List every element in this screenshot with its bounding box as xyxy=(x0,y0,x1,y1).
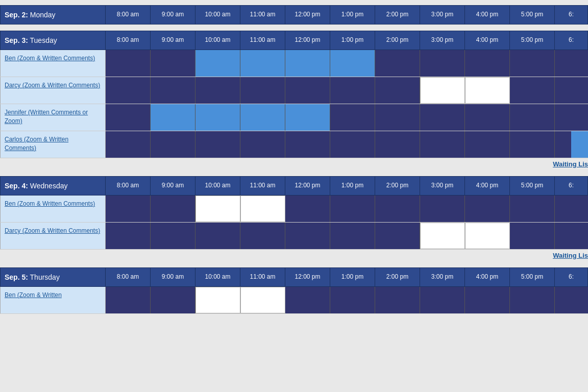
time-header-sep4-3: 11:00 am xyxy=(240,176,285,195)
day-label-sep2: Sep. 2: Monday xyxy=(0,5,106,24)
schedule-cell xyxy=(285,77,330,104)
waiting-list-link[interactable]: Waiting Lis xyxy=(553,160,588,168)
schedule-cell xyxy=(375,223,420,249)
schedule-cell xyxy=(555,104,588,131)
schedule-cell xyxy=(151,131,195,158)
schedule-cell xyxy=(420,77,465,104)
table-row: Ben (Zoom & Written Comments) xyxy=(0,195,588,223)
time-header-sep2-1: 9:00 am xyxy=(151,5,195,24)
person-label[interactable]: Ben (Zoom & Written Comments) xyxy=(0,50,106,77)
schedule-cell xyxy=(465,77,510,104)
waiting-list-link[interactable]: Waiting Lis xyxy=(553,252,588,259)
day-block-sep4: Sep. 4: Wednesday8:00 am9:00 am10:00 am1… xyxy=(0,176,588,261)
schedule-cell xyxy=(375,104,420,131)
table-row: Ben (Zoom & Written xyxy=(0,287,588,314)
schedule-cell xyxy=(555,287,588,313)
time-header-sep3-6: 2:00 pm xyxy=(375,31,420,50)
schedule-cell xyxy=(330,77,375,104)
time-header-sep3-4: 12:00 pm xyxy=(285,31,330,50)
schedule-cell xyxy=(106,195,151,222)
time-header-sep3-3: 11:00 am xyxy=(240,31,285,50)
schedule-cell xyxy=(195,50,240,77)
row-cells xyxy=(106,131,588,158)
time-header-sep5-5: 1:00 pm xyxy=(330,267,375,287)
day-block-sep5: Sep. 5: Thursday8:00 am9:00 am10:00 am11… xyxy=(0,267,588,314)
schedule-cell xyxy=(151,104,195,131)
time-header-sep5-8: 4:00 pm xyxy=(465,267,510,287)
schedule-cell xyxy=(285,195,330,222)
schedule-cell xyxy=(330,131,375,158)
time-header-sep5-10: 6: xyxy=(555,267,588,287)
time-header-sep5-2: 10:00 am xyxy=(195,267,240,287)
schedule-cell xyxy=(240,195,285,222)
person-label[interactable]: Jennifer (Written Comments or Zoom) xyxy=(0,104,106,131)
schedule-cell xyxy=(555,131,588,158)
schedule-cell xyxy=(195,131,240,158)
rows-container-sep5: Ben (Zoom & Written xyxy=(0,287,588,314)
schedule-cell xyxy=(375,195,420,222)
row-cells xyxy=(106,287,588,313)
schedule-cell xyxy=(285,131,330,158)
schedule-cell xyxy=(151,195,195,222)
schedule-cell xyxy=(195,223,240,249)
time-header-sep5-0: 8:00 am xyxy=(106,267,151,287)
schedule-cell xyxy=(465,131,510,158)
schedule-cell xyxy=(465,104,510,131)
schedule-cell xyxy=(240,104,285,131)
schedule-cell xyxy=(420,50,465,77)
schedule-cell xyxy=(555,77,588,104)
schedule-cell xyxy=(555,195,588,222)
schedule-cell xyxy=(240,287,285,313)
person-label[interactable]: Darcy (Zoom & Written Comments) xyxy=(0,223,106,249)
time-header-sep3-5: 1:00 pm xyxy=(330,31,375,50)
schedule-cell xyxy=(195,195,240,222)
schedule-cell xyxy=(330,195,375,222)
table-row: Jennifer (Written Comments or Zoom) xyxy=(0,104,588,131)
day-label-sep4: Sep. 4: Wednesday xyxy=(0,176,106,195)
time-header-sep4-2: 10:00 am xyxy=(195,176,240,195)
time-header-sep4-5: 1:00 pm xyxy=(330,176,375,195)
schedule-cell xyxy=(106,223,151,249)
schedule-cell xyxy=(330,50,375,77)
day-header-sep4: Sep. 4: Wednesday8:00 am9:00 am10:00 am1… xyxy=(0,176,588,195)
schedule-cell xyxy=(151,223,195,249)
schedule-cell xyxy=(240,223,285,249)
time-header-sep2-8: 4:00 pm xyxy=(465,5,510,24)
schedule-cell xyxy=(555,50,588,77)
rows-container-sep3: Ben (Zoom & Written Comments)Darcy (Zoom… xyxy=(0,50,588,158)
waiting-list-row-sep3: Waiting Lis xyxy=(0,158,588,170)
schedule-cell xyxy=(106,131,151,158)
time-header-sep3-1: 9:00 am xyxy=(151,31,195,50)
schedule-cell xyxy=(510,223,555,249)
schedule-cell xyxy=(330,104,375,131)
schedule-cell xyxy=(106,77,151,104)
time-header-sep2-5: 1:00 pm xyxy=(330,5,375,24)
schedule-cell xyxy=(510,287,555,313)
time-header-sep3-2: 10:00 am xyxy=(195,31,240,50)
day-header-sep3: Sep. 3: Tuesday8:00 am9:00 am10:00 am11:… xyxy=(0,31,588,50)
schedule-cell xyxy=(465,195,510,222)
day-header-sep2: Sep. 2: Monday8:00 am9:00 am10:00 am11:0… xyxy=(0,5,588,24)
time-header-sep5-1: 9:00 am xyxy=(151,267,195,287)
schedule-cell xyxy=(510,104,555,131)
schedule-cell xyxy=(195,77,240,104)
time-header-sep4-10: 6: xyxy=(555,176,588,195)
person-label[interactable]: Carlos (Zoom & Written Comments) xyxy=(0,131,106,158)
schedule-cell xyxy=(465,50,510,77)
schedule-cell xyxy=(510,50,555,77)
schedule-cell xyxy=(240,131,285,158)
schedule-cell xyxy=(195,104,240,131)
schedule-cell xyxy=(330,223,375,249)
person-label[interactable]: Darcy (Zoom & Written Comments) xyxy=(0,77,106,104)
table-row: Ben (Zoom & Written Comments) xyxy=(0,50,588,77)
time-header-sep2-0: 8:00 am xyxy=(106,5,151,24)
time-header-sep2-9: 5:00 pm xyxy=(510,5,555,24)
time-header-sep4-4: 12:00 pm xyxy=(285,176,330,195)
row-cells xyxy=(106,50,588,77)
schedule-cell xyxy=(420,287,465,313)
waiting-list-row-sep4: Waiting Lis xyxy=(0,250,588,261)
person-label[interactable]: Ben (Zoom & Written xyxy=(0,287,106,313)
time-header-sep5-4: 12:00 pm xyxy=(285,267,330,287)
person-label[interactable]: Ben (Zoom & Written Comments) xyxy=(0,195,106,222)
time-header-sep3-0: 8:00 am xyxy=(106,31,151,50)
